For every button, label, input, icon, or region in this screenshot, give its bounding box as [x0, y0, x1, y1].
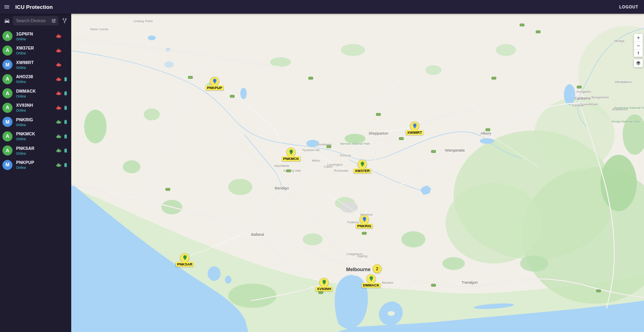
marker-pin-icon	[410, 122, 419, 131]
marker-label: PNKRIG	[356, 224, 372, 228]
device-name: DMMACK	[16, 89, 36, 93]
device-list-item[interactable]: A PNKSAR Online	[0, 143, 71, 158]
device-avatar: A	[2, 31, 12, 41]
engine-status-icon	[56, 77, 61, 82]
zoom-in-button[interactable]: +	[634, 34, 643, 42]
device-avatar: A	[2, 88, 12, 98]
device-status: Online	[16, 151, 35, 156]
marker-pin-icon	[360, 215, 369, 224]
page-title: ICU Protection	[15, 4, 53, 10]
device-status: Online	[16, 66, 34, 70]
device-avatar: A	[2, 103, 12, 113]
device-avatar: A	[2, 131, 12, 141]
device-list-item[interactable]: A PNKMCK Online	[0, 129, 71, 144]
map-controls: + −	[634, 34, 643, 67]
filter-tune-icon[interactable]	[50, 17, 58, 25]
device-status: Online	[16, 51, 34, 55]
device-status: Online	[16, 94, 36, 98]
device-sidebar: A 1GP6FN Online A XW37ER Online M XW98RT…	[0, 14, 71, 332]
device-avatar: A	[2, 74, 12, 84]
battery-status-icon	[63, 105, 68, 110]
marker-pin-icon	[287, 148, 295, 157]
device-list-item[interactable]: A XV93NH Online	[0, 101, 71, 115]
engine-status-icon	[56, 148, 61, 153]
device-name: PNKMCK	[16, 131, 35, 136]
battery-status-icon	[63, 119, 68, 124]
marker-pin-icon	[180, 253, 189, 262]
marker-pin-icon	[210, 77, 219, 86]
marker-label: PNKSAR	[176, 262, 194, 267]
device-list: A 1GP6FN Online A XW37ER Online M XW98RT…	[0, 29, 71, 172]
marker-pin-icon	[358, 160, 367, 169]
marker-label: PNKPUP	[206, 85, 223, 90]
menu-icon[interactable]	[0, 0, 14, 14]
marker-label: XW37ER	[353, 168, 371, 173]
marker-cluster[interactable]: 2	[373, 264, 382, 273]
device-name: 1GP6FN	[16, 31, 33, 36]
battery-status-icon	[63, 134, 68, 139]
engine-status-icon	[56, 119, 61, 124]
device-avatar: A	[2, 145, 12, 156]
marker-pin-icon	[320, 278, 328, 287]
device-avatar: M	[2, 160, 12, 170]
marker-label: PNKMCK	[282, 156, 300, 161]
device-name: PNKRIG	[16, 117, 33, 122]
car-icon[interactable]	[2, 16, 11, 25]
top-app-bar: ICU Protection LOGOUT	[0, 0, 644, 14]
marker-label: XV93NH	[316, 286, 332, 291]
layers-icon[interactable]	[634, 59, 643, 67]
device-list-item[interactable]: M PNKRIG Online	[0, 115, 71, 129]
device-list-item[interactable]: A 1GP6FN Online	[0, 29, 71, 44]
marker-label: DMMACK	[362, 283, 381, 288]
engine-status-icon	[56, 62, 61, 67]
device-list-item[interactable]: M XW98RT Online	[0, 58, 71, 72]
device-name: XW37ER	[16, 46, 34, 50]
engine-status-icon	[56, 134, 61, 139]
device-name: PNKPUP	[16, 160, 34, 165]
device-list-item[interactable]: A XW37ER Online	[0, 44, 71, 58]
search-toolbar	[0, 14, 71, 27]
device-status: Online	[16, 80, 33, 84]
device-status: Online	[16, 166, 34, 170]
device-avatar: M	[2, 117, 12, 127]
zoom-out-button[interactable]: −	[634, 42, 643, 49]
battery-status-icon	[63, 148, 68, 153]
device-status: Online	[16, 137, 35, 141]
device-status: Online	[16, 37, 33, 41]
device-status: Online	[16, 123, 33, 127]
logout-button[interactable]: LOGOUT	[619, 5, 638, 9]
battery-status-icon	[63, 77, 68, 82]
device-avatar: A	[2, 46, 12, 56]
device-name: XV93NH	[16, 103, 33, 108]
battery-status-icon	[63, 91, 68, 96]
engine-status-icon	[56, 105, 61, 110]
device-list-item[interactable]: A DMMACK Online	[0, 86, 71, 101]
engine-status-icon	[56, 91, 61, 96]
pegman-street-view-icon[interactable]	[634, 49, 643, 57]
device-name: XW98RT	[16, 60, 34, 65]
marker-pin-icon	[367, 274, 376, 283]
device-status: Online	[16, 108, 33, 112]
battery-status-icon	[63, 162, 68, 168]
device-list-item[interactable]: M PNKPUP Online	[0, 158, 71, 172]
engine-status-icon	[56, 48, 61, 53]
map-canvas[interactable]: MelbourneCanberraBendigoBallaratSheppart…	[71, 14, 644, 332]
device-name: AHO238	[16, 74, 33, 79]
engine-status-icon	[56, 162, 61, 168]
marker-label: XW98RT	[406, 130, 423, 135]
device-markers-layer: PNKPUPXW98RTPNKMCKXW37ERPNKRIGPNKSARXV93…	[71, 14, 644, 332]
device-avatar: M	[2, 60, 12, 70]
device-name: PNKSAR	[16, 146, 35, 151]
engine-status-icon	[56, 33, 61, 39]
alt-route-icon[interactable]	[60, 16, 69, 25]
device-list-item[interactable]: A AHO238 Online	[0, 72, 71, 87]
